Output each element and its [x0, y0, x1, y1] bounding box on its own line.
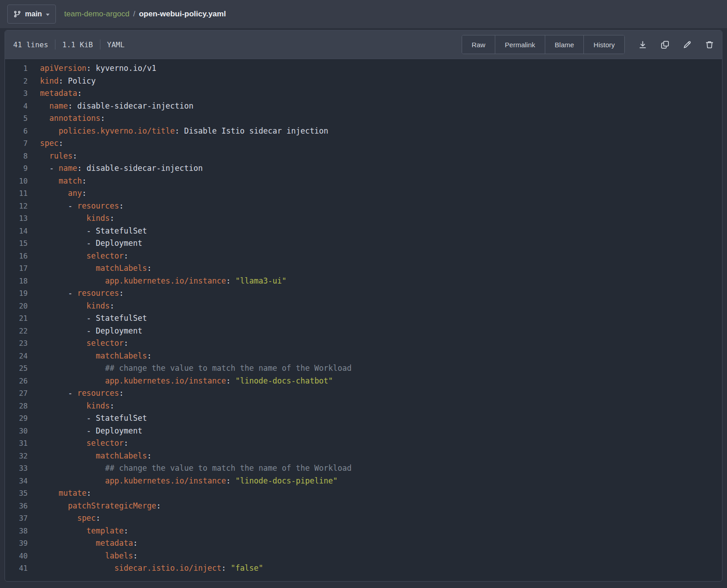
line-number[interactable]: 15	[5, 237, 28, 250]
line-number[interactable]: 21	[5, 312, 28, 325]
permalink-button[interactable]: Permalink	[495, 35, 545, 54]
line-number[interactable]: 6	[5, 125, 28, 138]
line-number[interactable]: 5	[5, 112, 28, 125]
line-number[interactable]: 33	[5, 462, 28, 475]
line-number[interactable]: 18	[5, 275, 28, 288]
code-line: 36 patchStrategicMerge:	[5, 500, 722, 513]
code-lines: 1apiVersion: kyverno.io/v12kind: Policy3…	[5, 59, 722, 581]
code-line: 28 kinds:	[5, 400, 722, 413]
line-number[interactable]: 26	[5, 375, 28, 388]
code-text: metadata:	[28, 537, 138, 550]
line-number[interactable]: 13	[5, 212, 28, 225]
code-line: 7spec:	[5, 137, 722, 150]
branch-selector[interactable]: main	[7, 5, 56, 24]
line-number[interactable]: 8	[5, 150, 28, 163]
code-text: - resources:	[28, 200, 124, 213]
line-number[interactable]: 19	[5, 287, 28, 300]
line-number[interactable]: 10	[5, 175, 28, 188]
line-number[interactable]: 12	[5, 200, 28, 213]
file-actions: Raw Permalink Blame History	[462, 35, 716, 54]
line-number[interactable]: 31	[5, 437, 28, 450]
code-text: app.kubernetes.io/instance: "linode-docs…	[28, 375, 333, 388]
history-button[interactable]: History	[583, 35, 624, 54]
divider	[55, 40, 55, 50]
code-text: spec:	[28, 137, 63, 150]
line-number[interactable]: 35	[5, 487, 28, 500]
line-number[interactable]: 1	[5, 62, 28, 75]
file-view-panel: 41 lines 1.1 KiB YAML Raw Permalink Blam…	[5, 30, 722, 582]
code-line: 10 match:	[5, 175, 722, 188]
code-line: 20 kinds:	[5, 300, 722, 313]
edit-button[interactable]	[681, 39, 693, 51]
line-number[interactable]: 39	[5, 537, 28, 550]
code-text: spec:	[28, 512, 100, 525]
code-text: selector:	[28, 337, 129, 350]
line-number[interactable]: 9	[5, 162, 28, 175]
code-line: 11 any:	[5, 187, 722, 200]
code-text: selector:	[28, 250, 129, 263]
code-text: kinds:	[28, 400, 115, 413]
code-text: annotations:	[28, 112, 105, 125]
line-number[interactable]: 28	[5, 400, 28, 413]
code-line: 3metadata:	[5, 87, 722, 100]
line-number[interactable]: 25	[5, 362, 28, 375]
line-number[interactable]: 38	[5, 525, 28, 538]
line-number[interactable]: 16	[5, 250, 28, 263]
line-number[interactable]: 40	[5, 550, 28, 563]
line-number[interactable]: 34	[5, 475, 28, 488]
line-number[interactable]: 20	[5, 300, 28, 313]
line-number[interactable]: 36	[5, 500, 28, 513]
code-line: 8 rules:	[5, 150, 722, 163]
breadcrumb-repo-link[interactable]: team-demo-argocd	[64, 10, 129, 19]
code-line: 26 app.kubernetes.io/instance: "linode-d…	[5, 375, 722, 388]
line-number[interactable]: 4	[5, 100, 28, 113]
code-text: - Deployment	[28, 425, 142, 438]
code-line: 41 sidecar.istio.io/inject: "false"	[5, 562, 722, 575]
code-line: 17 matchLabels:	[5, 262, 722, 275]
line-number[interactable]: 7	[5, 137, 28, 150]
code-line: 22 - Deployment	[5, 325, 722, 338]
code-text: ## change the value to match the name of…	[28, 462, 352, 475]
raw-button[interactable]: Raw	[462, 35, 495, 54]
code-line: 25 ## change the value to match the name…	[5, 362, 722, 375]
code-line: 30 - Deployment	[5, 425, 722, 438]
code-line: 6 policies.kyverno.io/title: Disable Ist…	[5, 125, 722, 138]
delete-button[interactable]	[703, 39, 716, 51]
code-line: 9 - name: disable-sidecar-injection	[5, 162, 722, 175]
line-number[interactable]: 32	[5, 450, 28, 463]
line-number[interactable]: 41	[5, 562, 28, 575]
line-number[interactable]: 22	[5, 325, 28, 338]
code-text: matchLabels:	[28, 262, 152, 275]
download-button[interactable]	[637, 39, 649, 51]
code-text: rules:	[28, 150, 77, 163]
code-text: - Deployment	[28, 325, 142, 338]
code-line: 12 - resources:	[5, 200, 722, 213]
line-number[interactable]: 24	[5, 350, 28, 363]
git-branch-icon	[14, 10, 21, 18]
line-number[interactable]: 29	[5, 412, 28, 425]
line-number[interactable]: 17	[5, 262, 28, 275]
code-line: 2kind: Policy	[5, 75, 722, 88]
code-text: - name: disable-sidecar-injection	[28, 162, 203, 175]
blame-button[interactable]: Blame	[545, 35, 584, 54]
breadcrumb-separator: /	[133, 10, 135, 19]
divider	[100, 40, 100, 50]
line-number[interactable]: 30	[5, 425, 28, 438]
code-text: sidecar.istio.io/inject: "false"	[28, 562, 263, 575]
code-line: 33 ## change the value to match the name…	[5, 462, 722, 475]
code-text: - Deployment	[28, 237, 142, 250]
line-number[interactable]: 2	[5, 75, 28, 88]
copy-button[interactable]	[659, 39, 671, 51]
code-text: - StatefulSet	[28, 312, 147, 325]
breadcrumb: team-demo-argocd / open-webui-policy.yam…	[64, 10, 226, 19]
code-text: mutate:	[28, 487, 91, 500]
code-line: 1apiVersion: kyverno.io/v1	[5, 62, 722, 75]
code-line: 24 matchLabels:	[5, 350, 722, 363]
line-number[interactable]: 23	[5, 337, 28, 350]
line-number[interactable]: 37	[5, 512, 28, 525]
line-number[interactable]: 27	[5, 387, 28, 400]
line-number[interactable]: 3	[5, 87, 28, 100]
line-number[interactable]: 11	[5, 187, 28, 200]
code-text: matchLabels:	[28, 350, 152, 363]
line-number[interactable]: 14	[5, 225, 28, 238]
